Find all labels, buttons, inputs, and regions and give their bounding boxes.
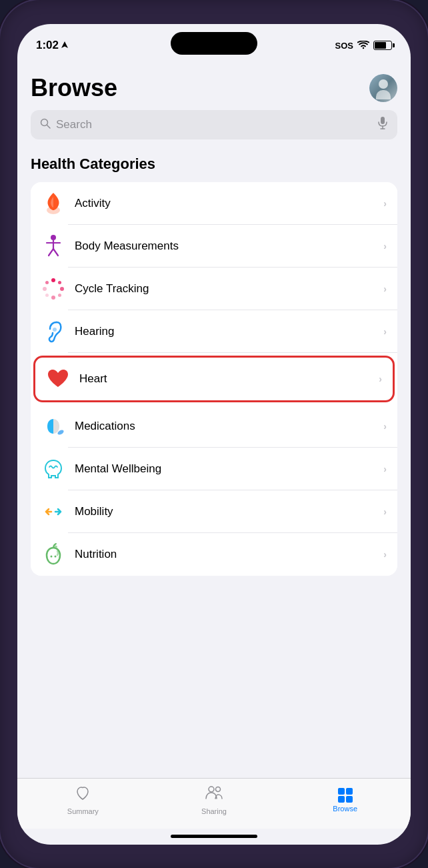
heart-label: Heart — [79, 372, 369, 386]
category-item-hearing[interactable]: Hearing › — [31, 310, 397, 353]
heart-icon — [47, 368, 69, 390]
svg-point-17 — [45, 294, 49, 297]
page-header: Browse — [31, 61, 397, 110]
browse-label: Browse — [333, 805, 357, 813]
svg-point-22 — [55, 555, 57, 557]
sharing-icon — [205, 785, 223, 805]
body-icon-wrapper — [41, 234, 65, 258]
activity-icon-wrapper — [41, 191, 65, 215]
category-item-body-measurements[interactable]: Body Measurements › — [31, 225, 397, 268]
status-time: 1:02 — [36, 39, 68, 52]
hearing-icon-wrapper — [41, 320, 65, 344]
category-item-nutrition[interactable]: Nutrition › — [31, 533, 397, 576]
nutrition-label: Nutrition — [75, 548, 374, 561]
wifi-icon — [357, 41, 369, 50]
location-icon — [61, 41, 68, 49]
medications-chevron: › — [383, 421, 387, 432]
tab-browse[interactable]: Browse — [279, 788, 411, 813]
mobility-label: Mobility — [75, 505, 374, 518]
phone-shell: 1:02 SOS — [0, 0, 428, 868]
category-item-mobility[interactable]: Mobility › — [31, 490, 397, 533]
tab-sharing[interactable]: Sharing — [149, 785, 280, 815]
category-item-medications[interactable]: Medications › — [31, 405, 397, 448]
svg-point-6 — [51, 235, 56, 240]
hearing-chevron: › — [383, 326, 387, 337]
svg-point-12 — [60, 287, 64, 291]
category-item-mental-wellbeing[interactable]: Mental Wellbeing › — [31, 448, 397, 490]
sharing-label: Sharing — [201, 807, 227, 815]
nutrition-icon — [43, 542, 64, 566]
section-title: Health Categories — [31, 155, 397, 173]
dynamic-island — [171, 32, 257, 55]
home-indicator — [17, 829, 411, 845]
search-icon — [40, 118, 51, 131]
mental-wellbeing-label: Mental Wellbeing — [75, 462, 374, 476]
avatar[interactable] — [369, 74, 397, 102]
tab-summary[interactable]: Summary — [17, 785, 149, 815]
category-item-cycle-tracking[interactable]: Cycle Tracking › — [31, 268, 397, 310]
activity-icon — [43, 191, 64, 215]
battery-icon — [373, 41, 392, 50]
time-display: 1:02 — [36, 39, 59, 52]
tab-bar: Summary Sharing — [17, 778, 411, 829]
category-item-heart[interactable]: Heart › — [33, 356, 395, 402]
svg-line-9 — [49, 249, 53, 256]
medications-icon-wrapper — [41, 414, 65, 438]
medications-icon — [42, 416, 65, 436]
cycle-tracking-icon — [42, 278, 65, 300]
svg-point-24 — [216, 787, 221, 791]
summary-label: Summary — [67, 807, 99, 815]
search-bar[interactable]: Search — [31, 110, 397, 139]
mobility-icon-wrapper — [41, 500, 65, 524]
svg-point-18 — [45, 281, 49, 284]
home-bar — [171, 835, 257, 838]
status-indicators: SOS — [335, 41, 392, 51]
svg-point-16 — [58, 294, 61, 297]
hearing-label: Hearing — [75, 325, 374, 338]
heart-chevron: › — [379, 374, 382, 384]
microphone-icon — [377, 117, 388, 133]
mental-chevron: › — [383, 464, 387, 474]
body-measurements-label: Body Measurements — [75, 240, 374, 253]
category-item-activity[interactable]: Activity › — [31, 182, 397, 225]
svg-point-15 — [58, 281, 61, 284]
body-measurements-icon — [43, 234, 63, 258]
hearing-icon — [43, 320, 63, 344]
browse-icon — [338, 788, 353, 803]
medications-label: Medications — [75, 420, 374, 433]
phone-screen: 1:02 SOS — [17, 24, 411, 845]
svg-line-1 — [47, 125, 51, 128]
battery-fill — [375, 42, 386, 49]
cycle-tracking-label: Cycle Tracking — [75, 282, 374, 296]
categories-list: Activity › — [31, 182, 397, 576]
svg-point-14 — [43, 287, 47, 291]
avatar-image — [369, 74, 397, 102]
sos-indicator: SOS — [335, 41, 353, 51]
svg-point-13 — [51, 296, 55, 300]
activity-label: Activity — [75, 197, 374, 210]
activity-chevron: › — [383, 198, 387, 209]
summary-icon — [75, 785, 91, 805]
page-title: Browse — [31, 74, 117, 102]
cycle-icon-wrapper — [41, 277, 65, 301]
svg-point-23 — [209, 787, 214, 792]
mobility-icon — [42, 502, 65, 521]
mental-icon-wrapper — [41, 457, 65, 481]
svg-line-10 — [53, 249, 58, 256]
mental-wellbeing-icon — [42, 458, 65, 480]
mobility-chevron: › — [383, 506, 387, 517]
body-chevron: › — [383, 241, 387, 252]
svg-rect-2 — [381, 117, 385, 124]
svg-point-19 — [53, 328, 57, 332]
svg-point-11 — [51, 278, 55, 282]
nutrition-icon-wrapper — [41, 542, 65, 566]
svg-point-21 — [51, 555, 53, 557]
nutrition-chevron: › — [383, 549, 387, 560]
main-content: Browse Search — [17, 61, 411, 778]
cycle-chevron: › — [383, 284, 387, 294]
heart-icon-wrapper — [46, 367, 70, 391]
search-placeholder: Search — [56, 118, 372, 131]
